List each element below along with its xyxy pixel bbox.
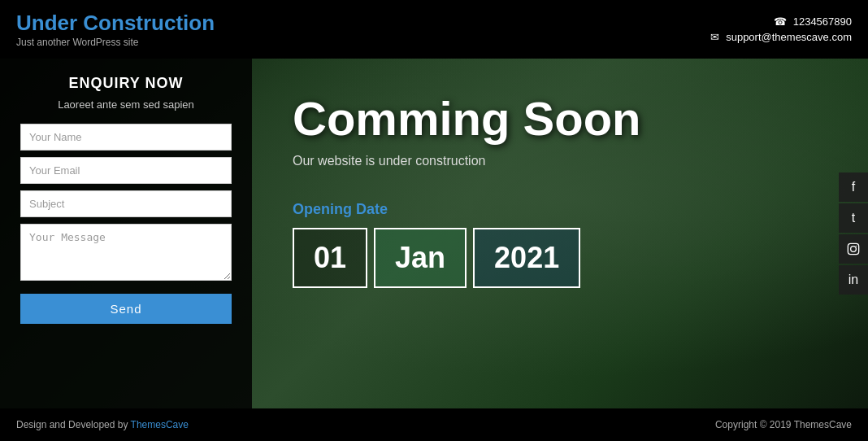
header-contact: ☎ 1234567890 ✉ support@themescave.com xyxy=(710,15,852,43)
svg-point-1 xyxy=(851,247,857,252)
enquiry-title: ENQUIRY NOW xyxy=(20,75,232,92)
header-branding: Under Construction Just another WordPres… xyxy=(16,11,215,47)
main-content: ENQUIRY NOW Laoreet ante sem sed sapien … xyxy=(0,59,868,408)
name-input[interactable] xyxy=(20,124,232,151)
linkedin-button[interactable]: in xyxy=(839,265,868,295)
phone-icon: ☎ xyxy=(774,15,787,28)
site-subtitle: Just another WordPress site xyxy=(16,37,215,48)
email-contact: ✉ support@themescave.com xyxy=(710,31,852,43)
svg-point-2 xyxy=(856,246,857,247)
enquiry-subtitle: Laoreet ante sem sed sapien xyxy=(20,98,232,111)
message-input[interactable] xyxy=(20,224,232,281)
site-footer: Design and Developed by ThemesCave Copyr… xyxy=(0,408,868,441)
footer-credit-text: Design and Developed by xyxy=(16,419,131,430)
site-header: Under Construction Just another WordPres… xyxy=(0,0,868,59)
date-month: Jan xyxy=(374,228,467,288)
date-day: 01 xyxy=(293,228,367,288)
enquiry-panel: ENQUIRY NOW Laoreet ante sem sed sapien … xyxy=(0,59,252,408)
phone-contact: ☎ 1234567890 xyxy=(774,15,852,28)
date-boxes: 01 Jan 2021 xyxy=(293,228,827,288)
twitter-button[interactable]: t xyxy=(839,203,868,233)
email-address: support@themescave.com xyxy=(726,31,852,43)
facebook-button[interactable]: f xyxy=(839,172,868,202)
subject-input[interactable] xyxy=(20,190,232,217)
opening-date-label: Opening Date xyxy=(293,201,827,218)
under-construction-text: Our website is under construction xyxy=(293,154,827,168)
phone-number: 1234567890 xyxy=(793,15,852,28)
coming-soon-title: Comming Soon xyxy=(293,91,827,146)
footer-credit-link[interactable]: ThemesCave xyxy=(131,419,189,430)
email-icon: ✉ xyxy=(710,31,719,43)
instagram-button[interactable] xyxy=(839,234,868,264)
date-year: 2021 xyxy=(473,228,580,288)
footer-copyright: Copyright © 2019 ThemesCave xyxy=(715,419,852,430)
site-title: Under Construction xyxy=(16,11,215,36)
social-sidebar: f t in xyxy=(839,59,868,408)
footer-left: Design and Developed by ThemesCave xyxy=(16,419,189,430)
send-button[interactable]: Send xyxy=(20,294,232,324)
svg-rect-0 xyxy=(848,243,858,254)
email-input[interactable] xyxy=(20,157,232,184)
hero-content: Comming Soon Our website is under constr… xyxy=(252,59,868,408)
